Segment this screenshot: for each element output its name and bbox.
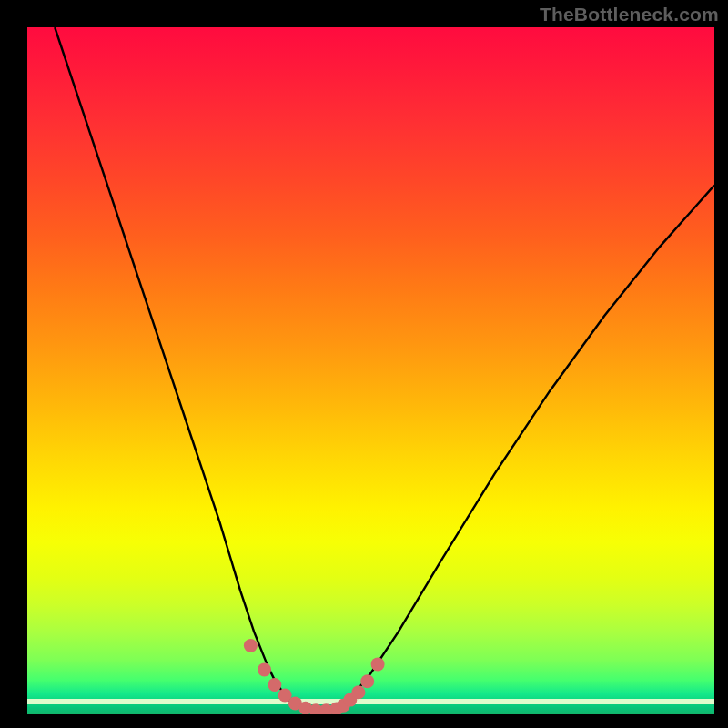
curve-right bbox=[337, 186, 714, 709]
marker-point bbox=[268, 678, 281, 692]
curve-left bbox=[55, 27, 302, 709]
marker-point bbox=[351, 685, 365, 699]
brand-watermark: TheBottleneck.com bbox=[540, 4, 719, 25]
plot-area bbox=[27, 27, 714, 714]
chart-stage: TheBottleneck.com bbox=[0, 0, 728, 728]
marker-point bbox=[244, 639, 258, 652]
marker-group bbox=[244, 639, 385, 714]
curve-layer bbox=[27, 27, 714, 714]
marker-point bbox=[258, 662, 271, 676]
marker-point bbox=[371, 657, 385, 671]
marker-point bbox=[360, 674, 374, 688]
